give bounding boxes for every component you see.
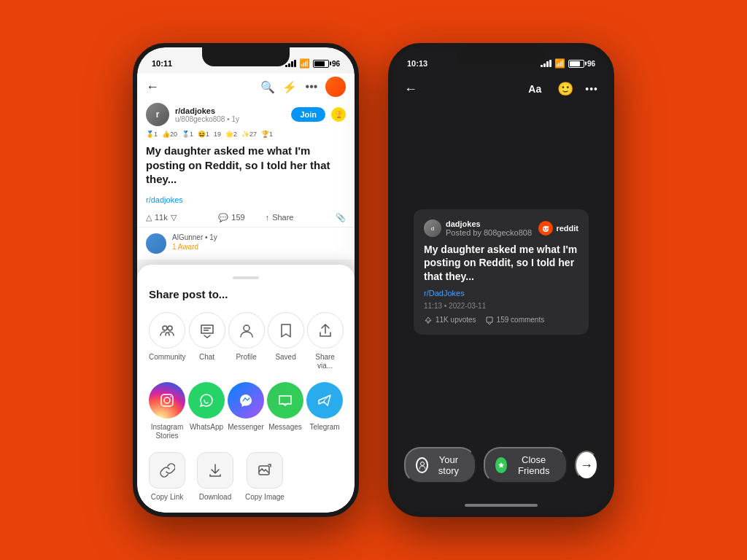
commenter-avatar: [146, 233, 166, 254]
stat-5: 19: [214, 131, 221, 138]
time-right: 10:13: [407, 59, 427, 68]
telegram-icon-wrap: [306, 382, 343, 419]
share-whatsapp[interactable]: WhatsApp: [188, 382, 225, 440]
sub-link-area: r/dadjokes: [137, 191, 355, 209]
profile-icon: [239, 322, 255, 338]
battery-icon: [313, 60, 329, 68]
download[interactable]: Download: [197, 452, 233, 501]
bookmark-icon: 📎: [336, 213, 346, 222]
share-telegram[interactable]: Telegram: [306, 382, 343, 440]
share-instagram[interactable]: Instagram Stories: [149, 382, 185, 440]
download-label: Download: [199, 493, 231, 501]
back-button[interactable]: ←: [146, 79, 159, 95]
comment-icon: 💬: [218, 213, 228, 222]
card-time: 11:13: [424, 302, 442, 310]
comment-award: 1 Award: [172, 243, 217, 251]
sticker-button[interactable]: 🙂: [554, 78, 576, 100]
share-row-3: Copy Link Download: [149, 452, 343, 501]
reddit-navbar: ← 🔍 ⚡ •••: [137, 74, 355, 100]
svg-point-11: [544, 228, 546, 230]
svg-point-0: [163, 326, 167, 330]
subreddit-name[interactable]: r/dadjokes: [175, 106, 285, 115]
instagram-label: Instagram Stories: [149, 423, 185, 440]
whatsapp-label: WhatsApp: [190, 423, 223, 432]
your-story-icon: [416, 457, 428, 473]
card-sub-link[interactable]: r/DadJokes: [424, 289, 578, 298]
sub-link-anchor[interactable]: r/dadjokes: [146, 195, 183, 204]
svg-point-7: [170, 396, 171, 397]
reddit-circle-icon: [538, 221, 553, 236]
font-button[interactable]: Aa: [524, 78, 546, 100]
your-story-button[interactable]: Your story: [404, 447, 476, 483]
copy-link-icon: [159, 462, 175, 478]
award-badge: 🏆: [331, 107, 346, 122]
battery-icon-right: [568, 60, 584, 68]
share-messenger[interactable]: Messenger: [228, 382, 264, 440]
telegram-icon: [317, 392, 333, 408]
stat-2: 👍20: [162, 131, 177, 138]
battery-pct-left: 96: [332, 60, 340, 68]
saved-icon-wrap: [268, 312, 304, 349]
share-saved[interactable]: Saved: [268, 312, 304, 370]
copy-link[interactable]: Copy Link: [149, 452, 185, 501]
share-btn[interactable]: ↑ Share: [266, 213, 294, 222]
post-title: My daughter asked me what I'm posting on…: [137, 139, 355, 191]
card-date: 2022-03-11: [449, 302, 486, 310]
upvote-btn[interactable]: △ 11k ▽: [146, 213, 177, 222]
user-avatar[interactable]: [325, 77, 346, 97]
comment-btn[interactable]: 💬 159: [218, 213, 244, 222]
story-content-area: d dadjokes Posted by 808gecko808: [392, 104, 610, 440]
instagram-icon-wrap: [149, 382, 185, 419]
more-icon[interactable]: •••: [303, 79, 320, 95]
sheet-title: Share post to...: [149, 288, 343, 300]
notch-right: [457, 47, 545, 66]
story-navbar: ← Aa 🙂 •••: [392, 74, 610, 104]
card-title: My daughter asked me what I'm posting on…: [424, 243, 578, 283]
chat-icon-wrap: [189, 312, 225, 349]
card-upvotes: 11K upvotes: [424, 316, 476, 324]
home-indicator-right: [392, 498, 610, 513]
share-messages[interactable]: Messages: [267, 382, 303, 440]
right-phone: 10:13 📶 96 ← Aa 🙂: [388, 43, 614, 517]
story-back-button[interactable]: ←: [404, 82, 417, 97]
download-icon-wrap: [197, 452, 233, 489]
stat-7: ✨27: [241, 131, 257, 138]
card-posted-by: Posted by 808gecko808: [446, 228, 532, 237]
share-via-icon-wrap: [307, 312, 344, 349]
card-sub-avatar: d: [424, 219, 441, 237]
stat-6: 🌟2: [225, 131, 237, 138]
battery-pct-right: 96: [587, 60, 595, 68]
saved-label: Saved: [275, 353, 295, 362]
share-via[interactable]: Share via...: [307, 312, 344, 370]
whatsapp-icon: [198, 392, 214, 408]
notch: [202, 47, 290, 66]
upvote-arrow-icon: [424, 316, 433, 324]
share-chat[interactable]: Chat: [189, 312, 225, 370]
your-story-label: Your story: [433, 454, 464, 476]
card-header: d dadjokes Posted by 808gecko808: [424, 219, 578, 237]
share-bottom-sheet: Share post to... Community: [137, 265, 355, 513]
close-friends-button[interactable]: Close Friends: [484, 447, 568, 483]
story-next-button[interactable]: →: [575, 451, 598, 480]
stat-1: 🥇1: [146, 131, 158, 138]
bookmark-btn[interactable]: 📎: [336, 213, 346, 222]
community-icon: [159, 322, 175, 338]
status-right-right: 📶 96: [541, 58, 595, 69]
download-icon: [207, 462, 223, 478]
share-profile[interactable]: Profile: [228, 312, 265, 370]
copy-image[interactable]: Copy Image: [245, 452, 285, 501]
next-arrow-icon: →: [580, 458, 593, 473]
more-button[interactable]: •••: [585, 83, 598, 95]
messenger-label: Messenger: [228, 423, 263, 432]
wifi-icon: 📶: [299, 58, 310, 69]
share-community[interactable]: Community: [149, 312, 186, 370]
share-via-icon: [317, 322, 333, 338]
filter-icon[interactable]: ⚡: [282, 79, 298, 95]
messenger-icon-wrap: [228, 382, 264, 419]
community-label: Community: [149, 353, 186, 362]
search-icon[interactable]: 🔍: [260, 79, 276, 95]
join-button[interactable]: Join: [291, 107, 325, 122]
svg-point-6: [164, 397, 170, 403]
chat-icon: [199, 322, 215, 338]
reddit-logo-badge: reddit: [538, 221, 578, 236]
